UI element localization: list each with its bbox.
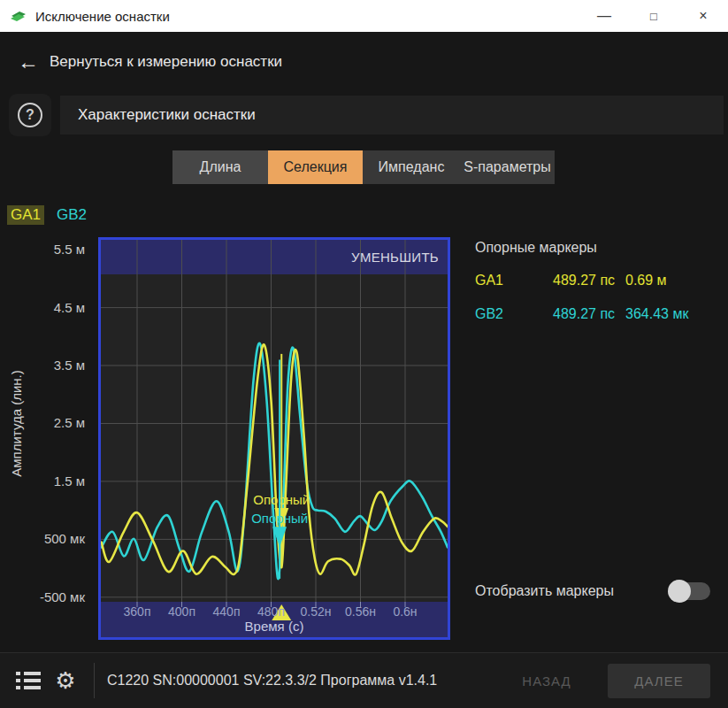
y-tick-label: 5.5 м <box>54 242 85 257</box>
y-tick-label: 500 мк <box>44 531 85 546</box>
list-icon <box>16 671 41 690</box>
toggle-knob <box>668 580 691 603</box>
x-tick-label: 0.6н <box>379 604 432 619</box>
help-button[interactable]: ? <box>9 94 51 136</box>
reference-markers-panel: Опорные маркеры GA1 489.27 пс 0.69 м GB2… <box>475 240 723 322</box>
x-axis-title: Время (с) <box>101 619 448 634</box>
marker-time: 489.27 пс <box>553 306 625 322</box>
section-title: Характеристики оснастки <box>78 106 256 124</box>
show-markers-label: Отобразить маркеры <box>475 583 614 599</box>
show-markers-toggle[interactable] <box>670 582 710 600</box>
gear-icon: ⚙ <box>55 667 75 695</box>
marker-name: GB2 <box>475 306 553 322</box>
y-tick-label: 1.5 м <box>54 473 85 489</box>
show-markers-row: Отобразить маркеры <box>475 577 710 605</box>
marker-name: GA1 <box>475 273 553 289</box>
footer-bar: ⚙ C1220 SN:00000001 SV:22.3.3/2 Программ… <box>0 652 728 708</box>
next-step-button[interactable]: ДАЛЕЕ <box>608 664 710 698</box>
trace-legend: GA1 GB2 <box>7 205 88 225</box>
back-arrow-icon[interactable]: ← <box>18 51 39 73</box>
zoom-out-button[interactable]: УМЕНЬШИТЬ <box>101 240 448 274</box>
back-step-button[interactable]: НАЗАД <box>507 673 586 689</box>
legend-item-gb2[interactable]: GB2 <box>55 205 88 225</box>
svg-text:Опорный: Опорный <box>251 511 308 526</box>
section-header: Характеристики оснастки <box>60 96 724 135</box>
back-navigation[interactable]: ← Вернуться к измерению оснастки <box>0 32 728 92</box>
marker-value: 0.69 м <box>625 273 667 289</box>
settings-button[interactable]: ⚙ <box>48 663 83 698</box>
list-menu-button[interactable] <box>11 663 46 698</box>
app-window: Исключение оснастки — □ × ← Вернуться к … <box>0 0 728 708</box>
help-icon: ? <box>18 103 42 127</box>
device-status-text: C1220 SN:00000001 SV:22.3.3/2 Программа … <box>107 673 437 689</box>
legend-item-ga1[interactable]: GA1 <box>7 205 44 225</box>
title-bar: Исключение оснастки — □ × <box>0 0 728 32</box>
maximize-button[interactable]: □ <box>629 0 678 32</box>
marker-time: 489.27 пс <box>553 273 625 289</box>
window-title: Исключение оснастки <box>35 9 170 24</box>
minimize-button[interactable]: — <box>579 0 629 32</box>
marker-row-gb2: GB2 489.27 пс 364.43 мк <box>475 306 723 322</box>
tab-length[interactable]: Длина <box>172 150 268 184</box>
tab-selection[interactable]: Селекция <box>268 150 363 184</box>
footer-divider <box>94 663 95 698</box>
tab-impedance[interactable]: Импеданс <box>363 150 460 184</box>
app-logo-icon <box>9 8 28 24</box>
y-tick-label: -500 мк <box>40 589 85 604</box>
reference-markers-title: Опорные маркеры <box>475 240 723 256</box>
y-tick-label: 4.5 м <box>54 300 85 315</box>
chart-box: ОпорныйОпорный УМЕНЬШИТЬ 360п400п440п480… <box>98 237 450 640</box>
y-tick-label: 2.5 м <box>54 415 85 430</box>
tab-s-parameters[interactable]: S-параметры <box>460 150 555 184</box>
svg-text:Опорный: Опорный <box>253 492 310 507</box>
y-tick-label: 3.5 м <box>54 358 85 373</box>
marker-value: 364.43 мк <box>625 306 688 322</box>
back-label: Вернуться к измерению оснастки <box>50 53 282 71</box>
waveform-plot[interactable]: ОпорныйОпорный <box>101 240 448 637</box>
close-button[interactable]: × <box>678 0 728 32</box>
y-axis-ticks: 5.5 м4.5 м3.5 м2.5 м1.5 м500 мк-500 мк <box>0 240 90 637</box>
marker-row-ga1: GA1 489.27 пс 0.69 м <box>475 273 723 289</box>
tab-bar: Длина Селекция Импеданс S-параметры <box>172 150 555 184</box>
